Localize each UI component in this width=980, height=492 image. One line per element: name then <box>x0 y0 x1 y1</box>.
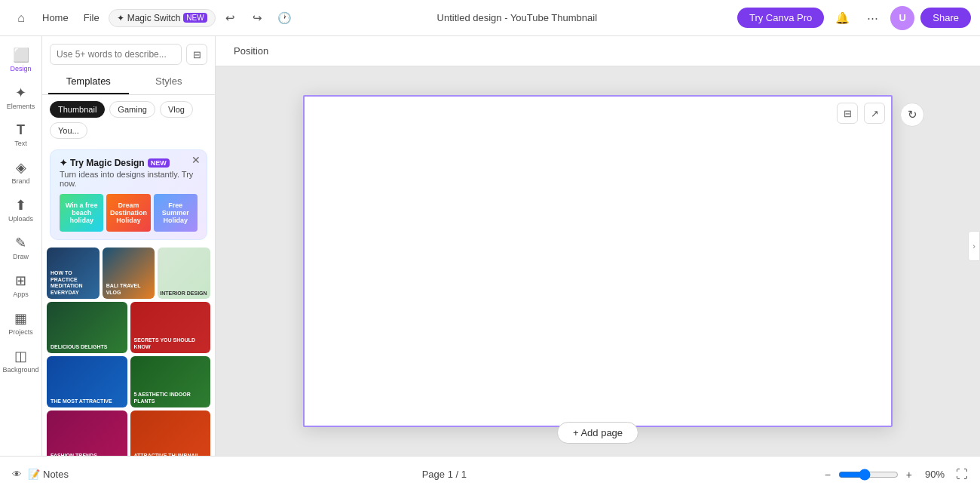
template-item[interactable]: THE MOST ATTRACTIVE <box>47 356 127 407</box>
panel-tabs: Templates Styles <box>42 69 215 95</box>
sidebar-item-brand[interactable]: ◈ Brand <box>5 155 38 189</box>
sidebar-item-elements[interactable]: ✦ Elements <box>5 80 38 115</box>
canvas-frame: ⊟ ↗ ↻ <box>303 95 893 427</box>
bottom-left: 👁 📝 Notes <box>12 469 69 480</box>
template-item[interactable]: FASHION TRENDS <box>47 411 127 456</box>
magic-thumb-2: Dream Destination Holiday <box>106 194 150 232</box>
magic-banner-description: Turn ideas into designs instantly. Try n… <box>60 170 198 188</box>
template-item[interactable]: Delicious Delights <box>47 302 127 353</box>
search-filter-button[interactable]: ⊟ <box>186 44 207 65</box>
notes-button[interactable]: 📝 Notes <box>28 469 69 480</box>
template-item[interactable]: ATTRACTIVE THUMBNAIL <box>130 411 211 456</box>
sidebar-item-design[interactable]: ⬜ Design <box>5 42 38 77</box>
sidebar-item-background[interactable]: ◫ Background <box>5 343 38 378</box>
template-item[interactable]: How to practiceMeditation everyday <box>47 248 100 299</box>
show-pages-button[interactable]: 👁 <box>12 469 22 480</box>
draw-icon: ✎ <box>15 235 26 251</box>
bottom-bar: 👁 📝 Notes Page 1 / 1 − + 90% ⛶ <box>0 456 980 492</box>
sidebar-item-text-label: Text <box>14 140 27 147</box>
text-icon: T <box>17 122 25 138</box>
topbar-right: Try Canva Pro 🔔 ⋯ U Share <box>737 6 971 30</box>
tab-templates[interactable]: Templates <box>48 69 129 94</box>
sidebar-item-background-label: Background <box>2 366 38 374</box>
sidebar-item-apps[interactable]: ⊞ Apps <box>5 268 38 303</box>
sidebar-item-design-label: Design <box>10 65 31 72</box>
canvas-corner-icons: ⊟ ↗ <box>837 103 885 124</box>
undo-button[interactable]: ↩ <box>219 6 243 30</box>
position-button[interactable]: Position <box>228 42 274 60</box>
sidebar-item-draw-label: Draw <box>13 253 29 260</box>
eye-icon: 👁 <box>12 469 22 480</box>
right-panel-toggle[interactable]: › <box>968 231 980 261</box>
page-info: Page 1 / 1 <box>422 469 467 480</box>
zoom-control: − + 90% <box>820 467 950 482</box>
magic-banner-close-button[interactable]: ✕ <box>191 155 201 165</box>
template-row-1: How to practiceMeditation everyday Bali … <box>47 248 210 299</box>
search-input[interactable] <box>50 44 182 65</box>
add-page-button[interactable]: + Add page <box>557 422 639 444</box>
template-row-4: FASHION TRENDS ATTRACTIVE THUMBNAIL <box>47 411 210 456</box>
history-button[interactable]: 🕐 <box>273 6 297 30</box>
canvas-toolbar: Position <box>216 36 980 66</box>
sidebar-item-uploads-label: Uploads <box>8 215 33 223</box>
brand-icon: ◈ <box>16 159 26 176</box>
background-icon: ◫ <box>14 348 27 364</box>
fullscreen-button[interactable]: ⛶ <box>956 468 968 481</box>
template-item[interactable]: SECRETS YOU SHOULD KNOW <box>130 302 211 353</box>
notes-icon: 📝 <box>28 469 40 480</box>
design-icon: ⬜ <box>13 47 29 63</box>
redo-button[interactable]: ↪ <box>246 6 270 30</box>
bottom-right: − + 90% ⛶ <box>820 467 968 482</box>
sidebar-item-projects[interactable]: ▦ Projects <box>5 306 38 340</box>
try-canva-button[interactable]: Try Canva Pro <box>737 8 824 28</box>
chip-you[interactable]: You... <box>50 122 87 139</box>
canvas-external-link-button[interactable]: ↗ <box>864 103 885 124</box>
notes-label: Notes <box>43 469 69 480</box>
notifications-button[interactable]: 🔔 <box>830 6 854 30</box>
template-item[interactable]: 5 Aesthetic Indoor Plants <box>130 356 211 407</box>
sidebar-item-uploads[interactable]: ⬆ Uploads <box>5 192 38 227</box>
magic-switch-new-badge: NEW <box>183 13 207 23</box>
home-button[interactable]: Home <box>36 9 75 26</box>
more-options-button[interactable]: ⋯ <box>860 6 884 30</box>
magic-thumb-1: Win a free beach holiday <box>60 194 103 232</box>
template-item[interactable]: Bali Travel Vlog <box>103 248 155 299</box>
sidebar-item-projects-label: Projects <box>8 328 33 336</box>
sidebar-item-text[interactable]: T Text <box>5 118 38 152</box>
chip-gaming[interactable]: Gaming <box>109 101 155 118</box>
magic-thumb-3: Free Summer Holiday <box>154 194 198 232</box>
bottom-center: Page 1 / 1 <box>422 469 467 480</box>
avatar[interactable]: U <box>890 6 914 30</box>
canvas-refresh-button[interactable]: ↻ <box>900 103 924 127</box>
topbar-left: ⌂ Home File ✦ Magic Switch NEW ↩ ↪ 🕐 <box>9 6 297 30</box>
tab-styles[interactable]: Styles <box>129 69 210 94</box>
zoom-in-button[interactable]: + <box>902 467 917 482</box>
share-button[interactable]: Share <box>920 8 971 28</box>
file-button[interactable]: File <box>78 9 106 26</box>
template-row-3: THE MOST ATTRACTIVE 5 Aesthetic Indoor P… <box>47 356 210 407</box>
panel-chips: Thumbnail Gaming Vlog You... <box>42 95 215 145</box>
magic-wand-icon: ✦ <box>60 158 67 168</box>
zoom-slider[interactable] <box>838 469 899 481</box>
magic-design-banner[interactable]: ✕ ✦ Try Magic Design NEW Turn ideas into… <box>50 149 207 240</box>
expand-icon: ⛶ <box>956 468 968 481</box>
elements-icon: ✦ <box>15 85 26 101</box>
magic-banner-images: Win a free beach holiday Dream Destinati… <box>60 194 198 232</box>
filter-icon: ⊟ <box>193 49 201 60</box>
canvas-workspace[interactable]: ⊟ ↗ ↻ + Add page <box>216 66 980 456</box>
chip-thumbnail[interactable]: Thumbnail <box>50 101 105 118</box>
sidebar-item-elements-label: Elements <box>7 103 35 110</box>
canvas-expand-button[interactable]: ⊟ <box>837 103 858 124</box>
topbar-center: Untitled design - YouTube Thumbnail <box>303 12 731 23</box>
template-scroll: How to practiceMeditation everyday Bali … <box>42 244 215 456</box>
magic-banner-title: ✦ Try Magic Design NEW <box>60 158 198 168</box>
topbar: ⌂ Home File ✦ Magic Switch NEW ↩ ↪ 🕐 Unt… <box>0 0 980 36</box>
chip-vlog[interactable]: Vlog <box>160 101 193 118</box>
template-item[interactable]: Interior Design <box>158 248 210 299</box>
zoom-out-button[interactable]: − <box>820 467 835 482</box>
canvas-area: Position ⊟ ↗ ↻ + Add page › <box>216 36 980 456</box>
magic-switch-button[interactable]: ✦ Magic Switch NEW <box>109 9 216 27</box>
home-icon-button[interactable]: ⌂ <box>9 6 33 30</box>
uploads-icon: ⬆ <box>15 197 26 214</box>
sidebar-item-draw[interactable]: ✎ Draw <box>5 230 38 265</box>
